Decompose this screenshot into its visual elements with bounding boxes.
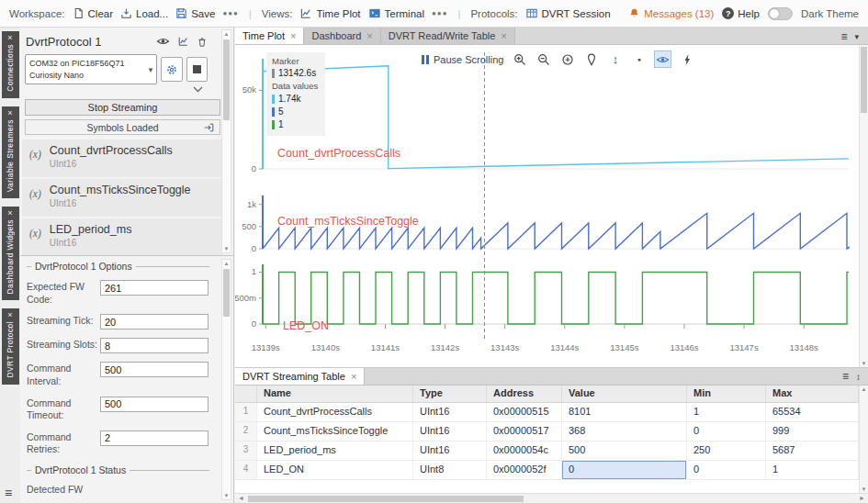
panel-resize-icon[interactable]: ↕ [856,372,861,382]
settings-button[interactable] [161,57,182,82]
header-min[interactable]: Min [687,386,766,402]
side-tab[interactable]: × Dashboard Widgets [2,207,19,300]
symbols-loaded-button[interactable]: Symbols Loaded [25,119,220,135]
terminal-view-label: Terminal [385,8,424,19]
add-marker-button[interactable] [583,51,599,67]
table-vertical-scrollbar[interactable]: ▲ ▼ [859,386,868,493]
close-icon[interactable]: × [501,30,506,41]
time-plot-view-button[interactable]: Time Plot [299,7,360,19]
menu-icon[interactable]: ≡ [5,486,12,500]
trigger-button[interactable] [679,51,694,67]
side-tab[interactable]: × Variable Streamers [2,106,19,198]
dark-theme-toggle[interactable] [768,7,793,20]
close-icon[interactable]: × [7,109,12,117]
scroll-thumb[interactable] [861,47,867,113]
panel-scrollbar[interactable]: ▲ ▼ [221,29,231,253]
pause-scrolling-button[interactable]: Pause Scrolling [422,54,503,65]
series-line-LED_ON [263,273,849,325]
plot-canvas[interactable]: 50k0Count_dvrtProcessCalls1k5000Count_ms… [235,45,859,367]
close-icon[interactable]: × [7,209,12,218]
collapse-chevron-icon[interactable] [193,86,203,93]
table-row[interactable]: 4 LED_ON UInt8 0x0000052f 0 0 1 [235,461,859,480]
view-tab[interactable]: Dashboard × [304,28,380,44]
zoom-fit-button[interactable] [559,51,575,67]
table-row[interactable]: 2 Count_msTicksSinceToggle UInt16 0x0000… [235,422,859,442]
cell-value[interactable]: 8101 [562,403,687,421]
variable-item[interactable]: (x) Count_msTicksSinceToggle UInt16 [22,179,223,217]
cell-value[interactable]: 368 [562,422,687,441]
scroll-thumb[interactable] [223,39,230,120]
visibility-button[interactable] [655,51,671,67]
table-horizontal-scrollbar[interactable]: ◄ ► [235,493,868,503]
view-tab[interactable]: Time Plot × [235,28,304,44]
views-more-button[interactable]: ●●● [432,9,448,17]
help-button[interactable]: ? Help [722,7,760,19]
view-tab[interactable]: DVRT Read/Write Table × [381,28,515,44]
option-input[interactable] [100,338,209,353]
option-input[interactable] [100,397,209,412]
scroll-down-arrow[interactable]: ▼ [860,361,868,366]
side-tab[interactable]: × DVRT Protocol [2,308,19,385]
option-input[interactable] [100,280,209,296]
scroll-thumb[interactable] [223,269,230,317]
zoom-in-button[interactable] [512,51,527,67]
zoom-out-button[interactable] [535,51,551,67]
scroll-down-arrow[interactable]: ▼ [860,486,868,492]
side-tab[interactable]: × Connections [2,31,19,98]
scroll-up-arrow[interactable]: ▲ [222,261,231,266]
workspace-more-button[interactable]: ●●● [222,9,239,17]
close-icon[interactable]: × [7,311,12,319]
device-select[interactable]: COM32 on PIC18F56Q71 Curiosity Nano ▾ [25,54,157,84]
variable-item[interactable]: (x) LED_period_ms UInt16 [22,218,223,255]
trash-icon[interactable] [197,36,208,48]
header-address[interactable]: Address [487,386,562,402]
terminal-view-button[interactable]: Terminal [368,7,424,19]
load-button[interactable]: Load... [120,7,168,19]
plot-vertical-scrollbar[interactable]: ▼ [859,45,868,367]
panel-menu-icon[interactable]: ≡ [840,30,847,43]
panel-menu-icon[interactable]: ≡ [842,370,849,383]
scroll-down-arrow[interactable]: ▼ [222,493,231,498]
plot-toolbar: Pause Scrolling ↕ ● [422,51,694,67]
panel-options-icon[interactable]: ▾ [854,32,859,41]
option-input[interactable] [100,362,209,377]
header-value[interactable]: Value [562,386,687,402]
point-style-button[interactable]: ● [631,51,647,67]
cell-value[interactable]: 0 [562,461,687,479]
table-row[interactable]: 1 Count_dvrtProcessCalls UInt16 0x000005… [235,403,859,422]
scroll-right-arrow[interactable]: ► [859,495,865,501]
dvrt-session-button[interactable]: DVRT Session [525,7,611,19]
header-type[interactable]: Type [413,386,487,402]
stop-button[interactable] [186,57,208,82]
scroll-down-arrow[interactable]: ▼ [222,246,231,252]
save-button[interactable]: Save [175,7,215,19]
table-tab[interactable]: DVRT Streaming Table × [235,368,365,385]
messages-button[interactable]: Messages (13) [628,7,714,19]
stop-streaming-button[interactable]: Stop Streaming [25,99,220,116]
scroll-up-arrow[interactable]: ▲ [860,386,868,392]
options-scrollbar[interactable]: ▲ ▼ [221,259,231,500]
close-icon[interactable]: × [366,30,372,41]
side-tab-label: DVRT Protocol [6,321,15,378]
gear-icon [165,63,178,76]
expand-vertical-button[interactable]: ↕ [607,51,623,67]
cell-value[interactable]: 500 [562,442,687,460]
scroll-thumb[interactable] [248,496,524,502]
table-row[interactable]: 3 LED_period_ms UInt16 0x0000054c 500 25… [235,442,859,461]
dvrt-protocol-panel: DvrtProtocol 1 COM32 on PIC18F56Q71 Curi… [20,28,234,503]
close-icon[interactable]: × [290,30,296,41]
scroll-up-arrow[interactable]: ▲ [222,31,231,37]
scroll-left-arrow[interactable]: ◄ [238,495,244,501]
marker-value-row: 1.74k [272,93,318,106]
zoom-fit-icon [561,53,574,66]
option-input[interactable] [100,314,209,330]
close-icon[interactable]: × [351,371,356,382]
visibility-eye-icon[interactable] [156,36,170,47]
header-max[interactable]: Max [766,386,859,402]
plot-variables-icon[interactable] [177,36,189,47]
header-name[interactable]: Name [257,386,413,402]
variable-item[interactable]: (x) Count_dvrtProcessCalls UInt16 [22,140,223,177]
clear-button[interactable]: Clear [73,7,113,19]
close-icon[interactable]: × [7,34,12,42]
option-input[interactable] [100,430,209,446]
